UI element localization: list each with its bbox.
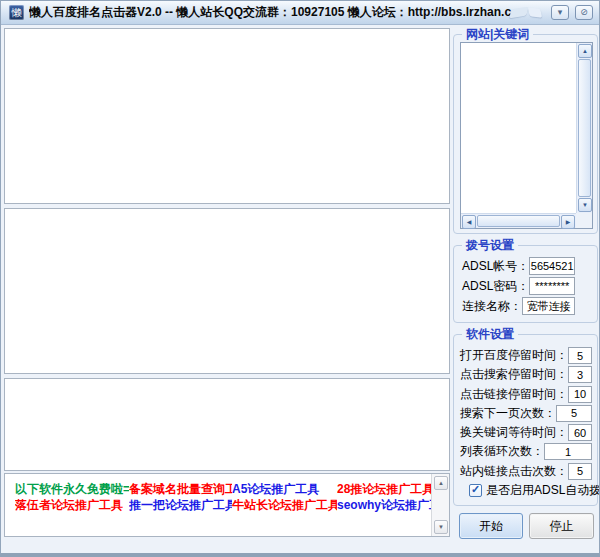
promo-link[interactable]: 28推论坛推广工具 xyxy=(337,481,431,497)
scroll-right-icon: ▶ xyxy=(566,219,571,225)
app-icon: 懒 xyxy=(9,5,24,20)
promo-link[interactable]: 牛站长论坛推广工具 xyxy=(232,497,337,513)
promo-link[interactable]: 落伍者论坛推广工具 xyxy=(15,497,129,513)
software-settings-title: 软件设置 xyxy=(462,327,518,342)
connection-name-row: 连接名称： 宽带连接 xyxy=(462,297,591,315)
promo-row: 落伍者论坛推广工具 推一把论坛推广工具 牛站长论坛推广工具 seowhy论坛推广… xyxy=(15,497,431,513)
setting-row-baidu-stay: 打开百度停留时间： 5 xyxy=(460,347,592,364)
promo-link[interactable]: A5论坛推广工具 xyxy=(232,481,337,497)
adsl-password-input[interactable]: ******** xyxy=(529,277,575,295)
scroll-up-button[interactable]: ▲ xyxy=(578,44,592,58)
adsl-account-row: ADSL帐号： 5654521 xyxy=(462,257,591,275)
scroll-up-icon: ▲ xyxy=(582,48,588,54)
log-panel[interactable] xyxy=(4,378,450,471)
setting-input[interactable]: 3 xyxy=(568,366,592,383)
setting-row-loop-count: 列表循环次数： 1 xyxy=(460,443,592,460)
titlebar: 懒 懒人百度排名点击器V2.0 -- 懒人站长QQ交流群：10927105 懒人… xyxy=(1,1,599,25)
task-list-panel-2[interactable] xyxy=(4,208,450,374)
dial-settings-group: 拨号设置 ADSL帐号： 5654521 ADSL密码： ******** 连接… xyxy=(453,245,598,323)
keyword-horizontal-scrollbar[interactable]: ◀ ▶ xyxy=(461,213,576,228)
promo-link[interactable]: 推一把论坛推广工具 xyxy=(129,497,232,513)
task-list-panel-1[interactable] xyxy=(4,28,450,204)
start-button[interactable]: 开始 xyxy=(459,513,523,539)
setting-label: 站内链接点击次数： xyxy=(460,463,568,480)
setting-row-search-stay: 点击搜索停留时间： 3 xyxy=(460,366,592,383)
scroll-left-icon: ◀ xyxy=(467,219,472,225)
minimize-icon: ▾ xyxy=(558,7,563,17)
scroll-down-icon: ▼ xyxy=(438,524,444,530)
adsl-auto-dial-label: 是否启用ADSL自动拨号 xyxy=(486,482,600,499)
close-icon: ⊘ xyxy=(580,7,588,17)
adsl-account-input[interactable]: 5654521 xyxy=(529,257,575,275)
promo-link[interactable]: 备案域名批量查询工具 xyxy=(129,481,232,497)
keyword-group: 网站|关键词 ▲ ▼ ◀ ▶ xyxy=(453,34,598,234)
promo-scrollbar[interactable]: ▲ ▼ xyxy=(431,474,449,536)
keyword-group-title: 网站|关键词 xyxy=(462,27,533,42)
setting-label: 换关键词等待时间： xyxy=(460,424,568,441)
scrollbar-thumb[interactable] xyxy=(477,215,560,227)
adsl-account-label: ADSL帐号： xyxy=(462,258,529,275)
keyword-textarea[interactable]: ▲ ▼ ◀ ▶ xyxy=(460,42,593,229)
keyword-textarea-content xyxy=(462,44,575,212)
setting-input[interactable]: 5 xyxy=(556,405,592,422)
scroll-left-button[interactable]: ◀ xyxy=(462,215,476,229)
promo-free-banner: 以下软件永久免费啦==>> xyxy=(15,481,129,497)
minimize-button[interactable]: ▾ xyxy=(551,5,569,20)
adsl-password-label: ADSL密码： xyxy=(462,278,529,295)
scrollbar-corner xyxy=(576,213,592,228)
connection-name-label: 连接名称： xyxy=(462,298,522,315)
promo-content: 以下软件永久免费啦==>> 备案域名批量查询工具 A5论坛推广工具 28推论坛推… xyxy=(5,474,431,536)
connection-name-input[interactable]: 宽带连接 xyxy=(522,297,575,315)
promo-link[interactable]: seowhy论坛推广工具 xyxy=(337,497,431,513)
setting-label: 搜索下一页次数： xyxy=(460,405,556,422)
scroll-down-icon: ▼ xyxy=(582,202,588,208)
promo-row: 以下软件永久免费啦==>> 备案域名批量查询工具 A5论坛推广工具 28推论坛推… xyxy=(15,481,431,497)
setting-row-site-clicks: 站内链接点击次数： 5 xyxy=(460,463,592,480)
setting-row-keyword-wait: 换关键词等待时间： 60 xyxy=(460,424,592,441)
setting-input[interactable]: 10 xyxy=(568,386,592,403)
setting-input[interactable]: 5 xyxy=(568,463,592,480)
app-window: 懒 懒人百度排名点击器V2.0 -- 懒人站长QQ交流群：10927105 懒人… xyxy=(0,0,600,557)
setting-label: 点击链接停留时间： xyxy=(460,386,568,403)
keyword-vertical-scrollbar[interactable]: ▲ ▼ xyxy=(576,43,592,213)
setting-label: 点击搜索停留时间： xyxy=(460,366,568,383)
dial-settings-title: 拨号设置 xyxy=(462,238,518,253)
window-title: 懒人百度排名点击器V2.0 -- 懒人站长QQ交流群：10927105 懒人论坛… xyxy=(29,4,511,21)
adsl-auto-dial-checkbox[interactable]: ✓ xyxy=(469,484,482,497)
titlebar-decoration xyxy=(511,8,541,17)
setting-input[interactable]: 60 xyxy=(568,424,592,441)
adsl-password-row: ADSL密码： ******** xyxy=(462,277,591,295)
setting-row-link-stay: 点击链接停留时间： 10 xyxy=(460,386,592,403)
adsl-auto-dial-row: ✓ 是否启用ADSL自动拨号 xyxy=(460,482,592,499)
promo-links-panel: 以下软件永久免费啦==>> 备案域名批量查询工具 A5论坛推广工具 28推论坛推… xyxy=(4,473,450,537)
scroll-down-button[interactable]: ▼ xyxy=(434,520,448,534)
scroll-right-button[interactable]: ▶ xyxy=(561,215,575,229)
check-icon: ✓ xyxy=(471,484,480,495)
scrollbar-thumb[interactable] xyxy=(578,59,591,197)
setting-row-next-page: 搜索下一页次数： 5 xyxy=(460,405,592,422)
close-button[interactable]: ⊘ xyxy=(575,5,593,20)
setting-label: 列表循环次数： xyxy=(460,443,544,460)
stop-button[interactable]: 停止 xyxy=(529,513,594,539)
setting-input[interactable]: 5 xyxy=(568,347,592,364)
scroll-up-button[interactable]: ▲ xyxy=(434,476,448,490)
software-settings-group: 软件设置 打开百度停留时间： 5 点击搜索停留时间： 3 点击链接停留时间： 1… xyxy=(453,334,598,506)
scroll-up-icon: ▲ xyxy=(438,480,444,486)
setting-label: 打开百度停留时间： xyxy=(460,347,568,364)
scroll-down-button[interactable]: ▼ xyxy=(578,198,592,212)
setting-input[interactable]: 1 xyxy=(544,443,592,460)
